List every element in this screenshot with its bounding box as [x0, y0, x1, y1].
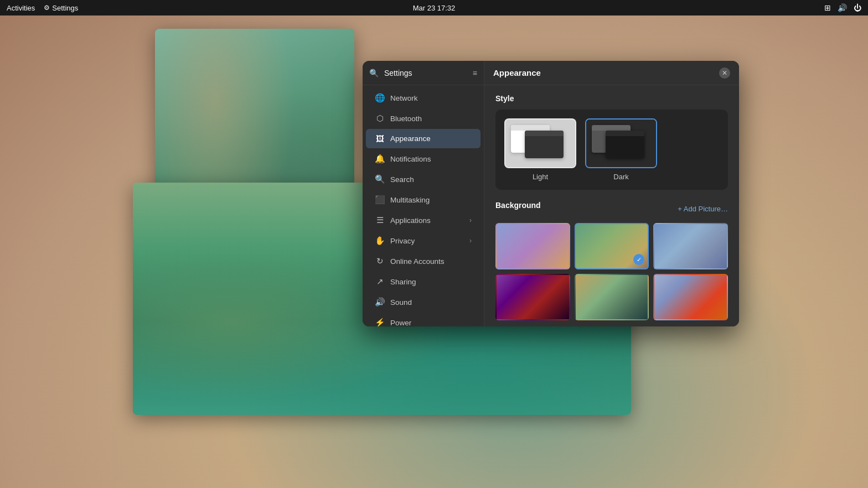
sidebar-item-multitasking-label: Multitasking [390, 196, 472, 204]
dark-style-preview [585, 118, 657, 168]
settings-menu[interactable]: ⚙ Settings [44, 4, 78, 12]
background-section-label: Background [495, 201, 541, 210]
dark-style-label: Dark [613, 173, 628, 181]
applications-arrow-icon: › [469, 216, 472, 224]
sidebar-item-sharing-label: Sharing [390, 278, 472, 286]
background-section-header: Background + Add Picture… [495, 201, 728, 216]
sidebar-item-notifications-label: Notifications [390, 155, 472, 163]
wallpaper-item-6[interactable] [653, 274, 728, 320]
search-button[interactable]: 🔍 [369, 69, 379, 77]
main-content: Style Light [484, 85, 739, 326]
sidebar-item-network-label: Network [390, 94, 472, 102]
dark-preview-window-dark [606, 131, 644, 158]
dark-preview-window-dark-bar [606, 131, 644, 136]
dark-window-bar [525, 131, 564, 136]
style-option-dark[interactable]: Dark [585, 118, 657, 181]
network-icon: 🌐 [375, 93, 385, 103]
sidebar-item-bluetooth-label: Bluetooth [390, 115, 472, 123]
sidebar-item-network[interactable]: 🌐 Network [366, 88, 480, 108]
sidebar-item-applications[interactable]: ☰ Applications › [366, 210, 480, 230]
sidebar-item-online-accounts[interactable]: ↻ Online Accounts [366, 251, 480, 271]
sidebar-item-appearance-label: Appearance [390, 134, 472, 143]
sidebar-item-appearance[interactable]: 🖼 Appearance [366, 129, 480, 148]
sidebar-item-sound-label: Sound [390, 298, 472, 307]
appearance-icon: 🖼 [375, 134, 385, 143]
add-picture-button[interactable]: + Add Picture… [678, 205, 728, 213]
gear-icon: ⚙ [44, 4, 50, 12]
sidebar-item-privacy[interactable]: ✋ Privacy › [366, 231, 480, 251]
sidebar-nav: 🌐 Network ⬡ Bluetooth 🖼 Appearance 🔔 Not… [363, 85, 484, 326]
sidebar-item-search-label: Search [390, 175, 472, 184]
network-status-icon[interactable]: ⊞ [824, 3, 831, 12]
wallpaper-grid: ✓ [495, 223, 728, 320]
sidebar-item-power[interactable]: ⚡ Power [366, 313, 480, 326]
settings-label: Settings [52, 4, 78, 12]
sidebar-item-multitasking[interactable]: ⬛ Multitasking [366, 190, 480, 210]
applications-icon: ☰ [375, 215, 385, 225]
wallpaper-item-3[interactable] [653, 223, 728, 269]
wallpaper-item-5[interactable] [575, 274, 649, 320]
dark-preview-window-light-bar [592, 125, 631, 131]
activities-button[interactable]: Activities [7, 4, 35, 12]
dark-window-decoration [525, 131, 564, 158]
sidebar-item-bluetooth[interactable]: ⬡ Bluetooth [366, 108, 480, 128]
search-nav-icon: 🔍 [375, 174, 385, 184]
wallpaper-selected-check: ✓ [633, 254, 644, 265]
main-title: Appearance [493, 68, 541, 77]
main-header: Appearance ✕ [484, 61, 739, 85]
sound-icon: 🔊 [375, 297, 385, 307]
topbar: Activities ⚙ Settings Mar 23 17:32 ⊞ 🔊 ⏻ [0, 0, 868, 15]
sidebar-item-notifications[interactable]: 🔔 Notifications [366, 149, 480, 169]
sidebar-item-privacy-label: Privacy [390, 237, 464, 245]
power-icon: ⚡ [375, 318, 385, 326]
notifications-icon: 🔔 [375, 154, 385, 164]
wallpaper-item-2[interactable]: ✓ [575, 223, 649, 269]
wallpaper-item-1[interactable] [495, 223, 570, 269]
privacy-icon: ✋ [375, 236, 385, 246]
sidebar-item-search[interactable]: 🔍 Search [366, 169, 480, 189]
sharing-icon: ↗ [375, 277, 385, 287]
wallpaper-item-4[interactable] [495, 274, 570, 320]
sidebar-title: Settings [384, 69, 467, 77]
privacy-arrow-icon: › [469, 237, 472, 245]
topbar-datetime: Mar 23 17:32 [413, 4, 456, 12]
power-status-icon[interactable]: ⏻ [854, 3, 861, 12]
settings-dialog: 🔍 Settings ≡ 🌐 Network ⬡ Bluetooth 🖼 App… [363, 61, 739, 326]
sidebar-item-sharing[interactable]: ↗ Sharing [366, 272, 480, 292]
main-panel: Appearance ✕ Style [484, 61, 739, 326]
light-style-label: Light [533, 173, 548, 181]
close-button[interactable]: ✕ [719, 68, 730, 79]
sidebar-item-online-accounts-label: Online Accounts [390, 257, 472, 266]
sidebar-header: 🔍 Settings ≡ [363, 61, 484, 85]
light-style-preview [504, 118, 576, 168]
online-accounts-icon: ↻ [375, 256, 385, 266]
style-option-light[interactable]: Light [504, 118, 576, 181]
sidebar-item-sound[interactable]: 🔊 Sound [366, 292, 480, 312]
light-window-bar [511, 125, 550, 131]
style-section-label: Style [495, 94, 728, 103]
settings-sidebar: 🔍 Settings ≡ 🌐 Network ⬡ Bluetooth 🖼 App… [363, 61, 484, 326]
sound-status-icon[interactable]: 🔊 [838, 3, 847, 12]
multitasking-icon: ⬛ [375, 195, 385, 205]
menu-button[interactable]: ≡ [473, 69, 477, 77]
style-options: Light Dark [495, 110, 728, 190]
bluetooth-icon: ⬡ [375, 113, 385, 123]
sidebar-item-power-label: Power [390, 319, 472, 327]
sidebar-item-applications-label: Applications [390, 216, 464, 225]
